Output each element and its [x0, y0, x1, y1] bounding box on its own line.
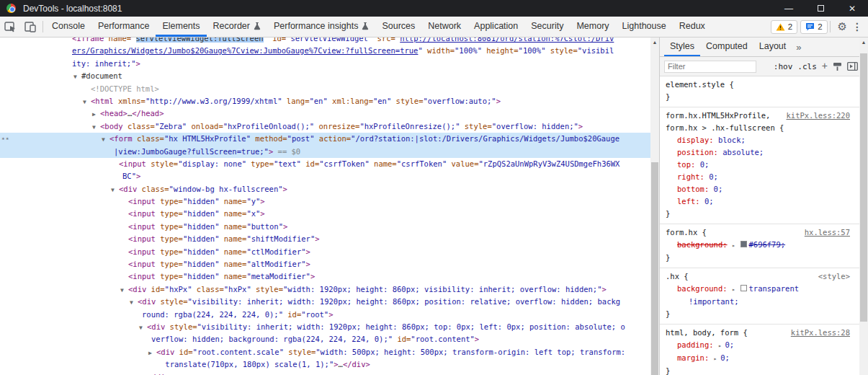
rule-selector-row[interactable]: .hx {<style> — [666, 270, 850, 283]
dom-line[interactable]: <iframe name="servletViewWidget:fullScre… — [0, 38, 650, 45]
tab-elements[interactable]: Elements — [156, 17, 206, 37]
collapse-arrow-icon[interactable]: ▼ — [73, 71, 77, 83]
css-property[interactable]: background: ▸ #696f79; — [666, 239, 850, 252]
styles-scrollbar-thumb[interactable] — [860, 53, 867, 322]
rule-source-link[interactable]: kitPx.less:220 — [786, 110, 850, 122]
expand-arrow-icon[interactable]: ▶ — [92, 108, 96, 120]
dom-line[interactable]: <input style="display: none" type="text"… — [0, 158, 650, 170]
dom-line[interactable]: ▶<head>…</head> — [0, 107, 650, 120]
dom-line[interactable]: translate(710px, 180px) scale(1, 1);">…<… — [0, 358, 650, 371]
css-property[interactable]: bottom: 0; — [666, 183, 850, 195]
toggle-element-state-button[interactable]: :hov — [774, 62, 793, 71]
dom-line[interactable]: ▼<div style="visibility: inherit; width:… — [0, 321, 650, 333]
settings-gear-icon[interactable]: ⚙ — [838, 20, 847, 33]
dom-line[interactable]: <input type="hidden" name="y"> — [0, 195, 650, 208]
dom-panel-scrollbar[interactable]: ▲ — [650, 38, 659, 375]
dom-line[interactable]: ▼#document — [0, 70, 650, 82]
css-property[interactable]: display: block; — [666, 134, 850, 146]
dom-line[interactable]: ▼<div id="hxPx" class="hxPx" style="widt… — [0, 283, 650, 296]
tab-performance[interactable]: Performance — [91, 17, 156, 37]
rule-selector-row[interactable]: form.hx > .hx-fullscreen { — [666, 122, 850, 134]
computed-sidebar-toggle-icon[interactable] — [847, 62, 858, 71]
inspect-element-button[interactable] — [0, 17, 20, 37]
new-style-rule-button[interactable]: + — [822, 60, 828, 71]
css-property[interactable]: position: absolute; — [666, 146, 850, 159]
tab-console[interactable]: Console — [45, 17, 91, 37]
dom-line[interactable]: <input type="hidden" name="ctlModifier"> — [0, 246, 650, 258]
minimize-button[interactable]: — — [773, 0, 805, 17]
style-filter-input[interactable] — [664, 61, 756, 73]
more-tabs-icon[interactable]: » — [792, 38, 805, 56]
tab-performance-insights[interactable]: Performance insights — [267, 17, 375, 37]
paint-roller-icon[interactable] — [833, 62, 842, 71]
dom-line[interactable]: ▼<body class="Zebra" onload="hxProfileOn… — [0, 120, 650, 133]
dom-line[interactable]: ▼<html xmlns="http://www.w3.org/1999/xht… — [0, 95, 650, 107]
dom-line[interactable]: <input type="hidden" name="metaModifier"… — [0, 270, 650, 283]
expand-value-arrow-icon[interactable]: ▸ — [714, 356, 721, 362]
dom-line[interactable]: |view:JumboGauge?fullScreen=true;"> == $… — [0, 146, 650, 158]
rule-selector-row[interactable]: html, body, form {kitPx.less:28 — [666, 327, 850, 339]
collapse-arrow-icon[interactable]: ▼ — [120, 284, 124, 296]
collapse-arrow-icon[interactable]: ▼ — [92, 121, 96, 133]
dom-line[interactable]: <input type="hidden" name="shiftModifier… — [0, 233, 650, 245]
tab-layout[interactable]: Layout — [753, 38, 792, 56]
scroll-up-arrow-icon[interactable]: ▲ — [859, 38, 868, 47]
styles-panel-scrollbar[interactable]: ▲ — [859, 38, 868, 375]
expand-value-arrow-icon[interactable]: ▸ — [732, 286, 739, 293]
tab-network[interactable]: Network — [421, 17, 467, 37]
css-property[interactable]: padding: ▸ 0; — [666, 339, 850, 352]
collapse-arrow-icon[interactable]: ▼ — [111, 184, 115, 196]
tab-memory[interactable]: Memory — [570, 17, 615, 37]
css-property[interactable]: left: 0; — [666, 195, 850, 208]
dom-line[interactable]: <input type="hidden" name="button"> — [0, 221, 650, 233]
tab-application[interactable]: Application — [467, 17, 524, 37]
maximize-button[interactable] — [805, 0, 836, 17]
rule-source-link[interactable]: kitPx.less:28 — [791, 327, 850, 339]
dom-line[interactable]: ▶<div id="root.content.scale" style="wid… — [0, 346, 650, 358]
collapse-arrow-icon[interactable]: ▼ — [139, 322, 143, 334]
dom-line[interactable]: <!DOCTYPE html> — [0, 83, 650, 95]
tab-security[interactable]: Security — [524, 17, 570, 37]
close-button[interactable]: ✕ — [836, 0, 868, 17]
rule-selector-row[interactable]: form.hx {hx.less:57 — [666, 226, 850, 239]
warnings-badge[interactable]: 2 — [771, 20, 797, 34]
dom-scrollbar-thumb[interactable] — [651, 162, 658, 375]
dom-line[interactable]: </div> — [0, 371, 650, 375]
tab-computed[interactable]: Computed — [700, 38, 753, 56]
rule-selector-row[interactable]: element.style { — [666, 79, 850, 91]
dom-line[interactable]: ∗∗▼<form class="hx HTML5HxProfile" metho… — [0, 133, 650, 145]
css-property[interactable]: top: 0; — [666, 159, 850, 171]
css-property[interactable]: background: ▸ transparent — [666, 283, 850, 296]
css-property[interactable]: margin: ▸ 0; — [666, 352, 850, 365]
tab-sources[interactable]: Sources — [375, 17, 421, 37]
rule-source-link[interactable]: hx.less:57 — [805, 226, 850, 239]
collapse-arrow-icon[interactable]: ▼ — [130, 296, 133, 309]
dom-line[interactable]: ity: inherit;"> — [0, 58, 650, 70]
dom-line[interactable]: ▼<div style="visibility: inherit; width:… — [0, 296, 650, 308]
color-swatch[interactable] — [741, 285, 747, 291]
messages-badge[interactable]: 2 — [800, 20, 827, 34]
expand-value-arrow-icon[interactable]: ▸ — [718, 343, 725, 349]
dom-line[interactable]: verflow: hidden; background: rgba(224, 2… — [0, 333, 650, 345]
expand-arrow-icon[interactable]: ▶ — [148, 347, 152, 359]
tab-redux[interactable]: Redux — [673, 17, 712, 37]
color-swatch[interactable] — [741, 241, 747, 247]
css-property[interactable]: right: 0; — [666, 171, 850, 183]
element-classes-button[interactable]: .cls — [797, 62, 817, 71]
dom-line[interactable]: <input type="hidden" name="altModifier"> — [0, 258, 650, 270]
scroll-up-arrow-icon[interactable]: ▲ — [650, 38, 659, 47]
toggle-device-toolbar-button[interactable] — [20, 17, 40, 37]
dom-line[interactable]: ers/Graphics/Widgets/Jumbo$20Gauge%7Cvie… — [0, 45, 650, 57]
dom-line[interactable]: <input type="hidden" name="x"> — [0, 208, 650, 220]
tab-lighthouse[interactable]: Lighthouse — [616, 17, 673, 37]
kebab-menu-icon[interactable]: ⋮ — [852, 21, 862, 32]
rule-selector-row[interactable]: form.hx.HTML5HxProfile,kitPx.less:220 — [666, 110, 850, 122]
tab-recorder[interactable]: Recorder — [207, 17, 267, 37]
expand-value-arrow-icon[interactable]: ▸ — [732, 242, 739, 249]
collapse-arrow-icon[interactable]: ▼ — [102, 133, 105, 146]
dom-line[interactable]: BC"> — [0, 170, 650, 182]
collapse-arrow-icon[interactable]: ▼ — [83, 96, 86, 108]
dom-line[interactable]: ▼<div class="window-bg hx-fullscreen"> — [0, 183, 650, 195]
dom-line[interactable]: round: rgba(224, 224, 224, 0);" id="root… — [0, 309, 650, 321]
tab-styles[interactable]: Styles — [664, 38, 700, 56]
